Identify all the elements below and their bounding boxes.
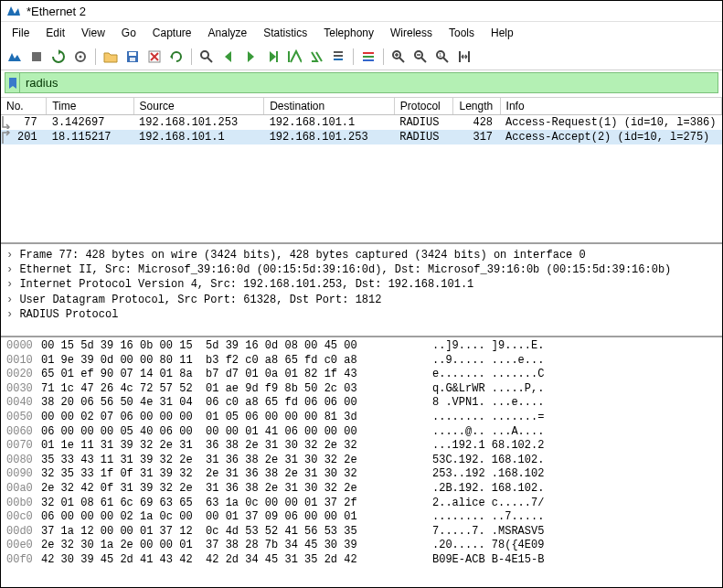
autoscroll-icon[interactable] xyxy=(328,47,348,67)
stop-capture-icon[interactable] xyxy=(27,47,47,67)
menu-wireless[interactable]: Wireless xyxy=(383,24,440,42)
cell-time: 18.115217 xyxy=(47,130,133,144)
menu-file[interactable]: File xyxy=(5,24,37,42)
svg-rect-9 xyxy=(276,51,278,62)
svg-point-2 xyxy=(80,56,82,59)
col-protocol[interactable]: Protocol xyxy=(394,98,453,115)
details-tree-item[interactable]: User Datagram Protocol, Src Port: 61328,… xyxy=(6,293,717,307)
svg-line-18 xyxy=(399,58,404,62)
hex-row[interactable]: 00b032 01 08 61 6c 69 63 65 63 1a 0c 00 … xyxy=(1,497,722,511)
details-tree-item[interactable]: Frame 77: 428 bytes on wire (3424 bits),… xyxy=(6,248,717,262)
details-tree-item[interactable]: Internet Protocol Version 4, Src: 192.16… xyxy=(6,277,717,292)
start-capture-icon[interactable] xyxy=(5,47,25,67)
hex-row[interactable]: 00d037 1a 12 00 00 01 37 12 0c 4d 53 52 … xyxy=(1,525,722,540)
packet-list-pane[interactable]: No. Time Source Destination Protocol Len… xyxy=(1,98,722,244)
hex-bytes: 06 00 00 00 05 40 06 00 00 00 01 41 06 0… xyxy=(41,425,416,440)
close-file-icon[interactable] xyxy=(144,47,165,67)
svg-rect-16 xyxy=(363,59,374,61)
hex-row[interactable]: 00e02e 32 30 1a 2e 00 00 01 37 38 28 7b … xyxy=(1,539,722,553)
hex-bytes: 01 1e 11 31 39 32 2e 31 36 38 2e 31 30 3… xyxy=(41,439,416,454)
col-source[interactable]: Source xyxy=(133,98,264,115)
menu-tools[interactable]: Tools xyxy=(441,24,482,42)
hex-bytes: 00 15 5d 39 16 0b 00 15 5d 39 16 0d 08 0… xyxy=(41,339,416,354)
hex-row[interactable]: 005000 00 02 07 06 00 00 00 01 05 06 00 … xyxy=(1,411,722,425)
menu-bar: File Edit View Go Capture Analyze Statis… xyxy=(1,22,722,44)
svg-rect-13 xyxy=(334,59,343,60)
hex-ascii: 7.....7. .MSRASV5 xyxy=(416,525,544,540)
zoom-reset-icon[interactable]: 1 xyxy=(432,47,452,67)
zoom-out-icon[interactable] xyxy=(410,47,431,67)
menu-statistics[interactable]: Statistics xyxy=(256,24,314,42)
go-last-icon[interactable] xyxy=(306,47,326,67)
main-window: *Ethernet 2 File Edit View Go Capture An… xyxy=(0,0,723,588)
packet-table: No. Time Source Destination Protocol Len… xyxy=(1,98,722,144)
menu-go[interactable]: Go xyxy=(114,24,144,42)
hex-offset: 00e0 xyxy=(1,539,41,553)
hex-bytes: 32 35 33 1f 0f 31 39 32 2e 31 36 38 2e 3… xyxy=(41,467,416,482)
col-time[interactable]: Time xyxy=(47,98,133,115)
hex-offset: 0020 xyxy=(1,368,41,382)
hex-offset: 00c0 xyxy=(1,510,41,525)
hex-row[interactable]: 006006 00 00 00 05 40 06 00 00 00 01 41 … xyxy=(1,425,722,440)
open-file-icon[interactable] xyxy=(101,47,121,67)
cell-no: 201 xyxy=(1,130,47,144)
hex-bytes: 00 00 02 07 06 00 00 00 01 05 06 00 00 0… xyxy=(41,411,416,425)
go-first-icon[interactable] xyxy=(284,47,304,67)
resize-columns-icon[interactable] xyxy=(454,47,474,67)
col-dest[interactable]: Destination xyxy=(264,98,395,115)
menu-help[interactable]: Help xyxy=(484,24,521,42)
reload-file-icon[interactable] xyxy=(166,47,186,67)
hex-row[interactable]: 00c006 00 00 00 02 1a 0c 00 00 01 37 09 … xyxy=(1,510,722,525)
bookmark-filter-icon[interactable] xyxy=(5,72,19,93)
svg-rect-4 xyxy=(129,52,136,56)
menu-telephony[interactable]: Telephony xyxy=(316,24,381,42)
packet-details-pane[interactable]: Frame 77: 428 bytes on wire (3424 bits),… xyxy=(1,244,722,337)
packet-row[interactable]: 20118.115217192.168.101.1192.168.101.253… xyxy=(1,130,722,144)
hex-row[interactable]: 003071 1c 47 26 4c 72 57 52 01 ae 9d f9 … xyxy=(1,382,722,397)
hex-offset: 0010 xyxy=(1,354,41,369)
hex-row[interactable]: 00a02e 32 42 0f 31 39 32 2e 31 36 38 2e … xyxy=(1,482,722,497)
cell-no: 77 xyxy=(1,115,47,131)
menu-view[interactable]: View xyxy=(74,24,112,42)
go-jump-icon[interactable] xyxy=(262,47,282,67)
go-next-icon[interactable] xyxy=(240,47,260,67)
packet-bytes-pane[interactable]: 000000 15 5d 39 16 0b 00 15 5d 39 16 0d … xyxy=(1,337,722,587)
col-no[interactable]: No. xyxy=(1,98,47,115)
svg-line-25 xyxy=(443,58,448,62)
menu-edit[interactable]: Edit xyxy=(38,24,72,42)
hex-bytes: 2e 32 30 1a 2e 00 00 01 37 38 28 7b 34 4… xyxy=(41,539,416,553)
hex-row[interactable]: 001001 9e 39 0d 00 00 80 11 b3 f2 c0 a8 … xyxy=(1,354,722,369)
hex-row[interactable]: 004038 20 06 56 50 4e 31 04 06 c0 a8 65 … xyxy=(1,396,722,411)
hex-row[interactable]: 002065 01 ef 90 07 14 01 8a b7 d7 01 0a … xyxy=(1,368,722,382)
capture-options-icon[interactable] xyxy=(70,47,90,67)
hex-ascii: .....@.. ...A.... xyxy=(416,425,544,440)
svg-rect-14 xyxy=(363,52,374,54)
hex-ascii: e....... .......C xyxy=(416,368,544,382)
col-length[interactable]: Length xyxy=(453,98,500,115)
menu-analyze[interactable]: Analyze xyxy=(201,24,255,42)
packet-row[interactable]: 773.142697192.168.101.253192.168.101.1RA… xyxy=(1,115,722,131)
details-tree-item[interactable]: RADIUS Protocol xyxy=(6,307,717,322)
save-file-icon[interactable] xyxy=(122,47,143,67)
hex-offset: 00f0 xyxy=(1,553,41,568)
hex-row[interactable]: 008035 33 43 11 31 39 32 2e 31 36 38 2e … xyxy=(1,454,722,468)
restart-capture-icon[interactable] xyxy=(48,47,69,67)
colorize-icon[interactable] xyxy=(358,47,378,67)
col-info[interactable]: Info xyxy=(500,98,721,115)
hex-offset: 0060 xyxy=(1,425,41,440)
hex-row[interactable]: 007001 1e 11 31 39 32 2e 31 36 38 2e 31 … xyxy=(1,439,722,454)
menu-capture[interactable]: Capture xyxy=(145,24,199,42)
hex-ascii: .20..... 78({4E09 xyxy=(416,539,544,553)
go-prev-icon[interactable] xyxy=(218,47,239,67)
svg-rect-0 xyxy=(32,52,41,61)
display-filter-input[interactable] xyxy=(19,72,718,93)
hex-offset: 0000 xyxy=(1,339,41,354)
svg-rect-12 xyxy=(334,55,343,57)
hex-row[interactable]: 009032 35 33 1f 0f 31 39 32 2e 31 36 38 … xyxy=(1,467,722,482)
hex-row[interactable]: 000000 15 5d 39 16 0b 00 15 5d 39 16 0d … xyxy=(1,339,722,354)
details-tree-item[interactable]: Ethernet II, Src: Microsof_39:16:0d (00:… xyxy=(6,262,717,277)
find-packet-icon[interactable] xyxy=(197,47,217,67)
hex-row[interactable]: 00f042 30 39 45 2d 41 43 42 42 2d 34 45 … xyxy=(1,553,722,568)
cell-source: 192.168.101.1 xyxy=(133,130,264,144)
zoom-in-icon[interactable] xyxy=(388,47,409,67)
